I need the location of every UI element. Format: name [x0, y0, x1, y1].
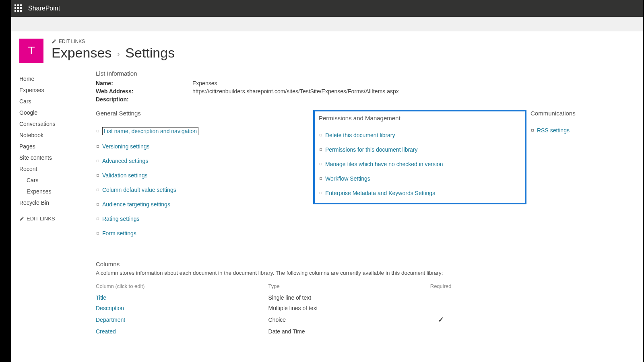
- nav-item-site-contents[interactable]: Site contents: [19, 152, 84, 163]
- left-gutter: [0, 0, 11, 362]
- suite-product-name[interactable]: SharePoint: [28, 5, 60, 12]
- bullet-icon: [97, 145, 99, 148]
- bullet-icon: [97, 130, 99, 132]
- rating-settings-link[interactable]: Rating settings: [102, 216, 140, 222]
- column-required: [423, 326, 458, 337]
- info-name-value: Expenses: [192, 80, 217, 86]
- versioning-settings-link[interactable]: Versioning settings: [102, 143, 150, 150]
- bullet-icon: [97, 203, 99, 206]
- edit-links-bottom[interactable]: EDIT LINKS: [19, 208, 84, 222]
- setting-link: RSS settings: [531, 127, 631, 134]
- setting-link: Audience targeting settings: [97, 201, 309, 208]
- list-information-table: Name: Expenses Web Address: https://citi…: [96, 79, 635, 103]
- advanced-settings-link[interactable]: Advanced settings: [102, 158, 148, 164]
- column-type: Date and Time: [268, 326, 424, 337]
- bullet-icon: [320, 177, 322, 180]
- columns-heading: Columns: [96, 261, 635, 267]
- column-required: ✓: [423, 313, 458, 326]
- setting-link: Validation settings: [97, 172, 309, 179]
- bullet-icon: [320, 192, 322, 194]
- setting-link: Enterprise Metadata and Keywords Setting…: [320, 190, 521, 196]
- audience-targeting-settings-link[interactable]: Audience targeting settings: [102, 201, 170, 208]
- general-settings-heading: General Settings: [96, 110, 309, 117]
- suite-bar: SharePoint: [11, 0, 643, 17]
- communications-column: Communications RSS settings: [530, 110, 635, 142]
- nav-item-conversations[interactable]: Conversations: [19, 118, 84, 130]
- info-address-value: https://citizenbuilders.sharepoint.com/s…: [192, 88, 399, 95]
- table-row: Description Multiple lines of text: [96, 303, 458, 313]
- checkmark-icon: ✓: [438, 316, 444, 324]
- communications-heading: Communications: [530, 110, 631, 117]
- edit-links-top[interactable]: EDIT LINKS: [52, 39, 175, 44]
- permissions-highlight-box: Permissions and Management Delete this d…: [313, 110, 526, 204]
- columns-header-required: Required: [423, 282, 458, 292]
- column-required: [423, 303, 458, 313]
- columns-header-type: Type: [268, 282, 424, 292]
- pencil-icon: [52, 39, 56, 44]
- nav-item-notebook[interactable]: Notebook: [19, 130, 84, 141]
- form-settings-link[interactable]: Form settings: [102, 230, 136, 237]
- column-description-link[interactable]: Description: [96, 305, 124, 311]
- column-default-value-settings-link[interactable]: Column default value settings: [102, 187, 176, 193]
- delete-document-library-link[interactable]: Delete this document library: [325, 132, 395, 138]
- validation-settings-link[interactable]: Validation settings: [102, 172, 148, 179]
- setting-link: Form settings: [97, 230, 309, 237]
- breadcrumb: Expenses › Settings: [52, 45, 175, 61]
- page-header: T EDIT LINKS Expenses › Settings: [11, 31, 643, 65]
- nav-item-pages[interactable]: Pages: [19, 141, 84, 152]
- bullet-icon: [97, 160, 99, 162]
- nav-recent-expenses[interactable]: Expenses: [19, 186, 84, 197]
- table-row: Department Choice ✓: [96, 313, 458, 326]
- column-department-link[interactable]: Department: [96, 317, 125, 323]
- general-settings-column: General Settings List name, description …: [96, 110, 313, 245]
- setting-link: Versioning settings: [97, 143, 309, 150]
- setting-link: Workflow Settings: [320, 175, 521, 182]
- nav-recent-cars[interactable]: Cars: [19, 175, 84, 186]
- columns-description: A column stores information about each d…: [96, 270, 635, 276]
- nav-recent-header: Recent: [19, 163, 84, 175]
- breadcrumb-parent[interactable]: Expenses: [52, 45, 111, 61]
- left-nav: Home Expenses Cars Google Conversations …: [19, 69, 84, 337]
- list-information-heading: List Information: [96, 70, 635, 77]
- list-name-description-navigation-link[interactable]: List name, description and navigation: [102, 127, 198, 135]
- setting-link: Delete this document library: [320, 132, 521, 138]
- nav-item-cars[interactable]: Cars: [19, 96, 84, 107]
- nav-item-expenses[interactable]: Expenses: [19, 84, 84, 96]
- column-created-link[interactable]: Created: [96, 328, 116, 335]
- pencil-icon: [19, 216, 24, 221]
- setting-link: Manage files which have no checked in ve…: [320, 161, 521, 167]
- nav-item-recycle-bin[interactable]: Recycle Bin: [19, 197, 84, 208]
- permissions-management-heading: Permissions and Management: [319, 115, 521, 121]
- info-address-label: Web Address:: [96, 88, 192, 95]
- setting-link: Rating settings: [97, 216, 309, 222]
- workflow-settings-link[interactable]: Workflow Settings: [325, 175, 370, 182]
- rss-settings-link[interactable]: RSS settings: [537, 127, 570, 134]
- info-description-label: Description:: [96, 96, 192, 103]
- columns-table: Column (click to edit) Type Required Tit…: [96, 282, 458, 337]
- chevron-right-icon: ›: [117, 50, 120, 58]
- info-name-label: Name:: [96, 80, 192, 86]
- bullet-icon: [320, 134, 322, 136]
- permissions-document-library-link[interactable]: Permissions for this document library: [325, 146, 418, 153]
- table-row: Title Single line of text: [96, 292, 458, 303]
- edit-links-label: EDIT LINKS: [59, 39, 85, 44]
- enterprise-metadata-keywords-link[interactable]: Enterprise Metadata and Keywords Setting…: [325, 190, 435, 196]
- columns-header-name: Column (click to edit): [96, 282, 268, 292]
- manage-files-no-checkin-link[interactable]: Manage files which have no checked in ve…: [325, 161, 443, 167]
- table-row: Created Date and Time: [96, 326, 458, 337]
- bullet-icon: [531, 129, 534, 132]
- ribbon-bar: [11, 17, 643, 31]
- app-launcher-icon[interactable]: [14, 4, 23, 12]
- site-logo-letter: T: [28, 44, 35, 57]
- nav-item-google[interactable]: Google: [19, 107, 84, 118]
- bullet-icon: [97, 174, 99, 177]
- bullet-icon: [320, 148, 322, 151]
- column-type: Single line of text: [268, 292, 424, 303]
- nav-item-home[interactable]: Home: [19, 73, 84, 84]
- bullet-icon: [97, 232, 99, 234]
- bullet-icon: [97, 218, 99, 220]
- breadcrumb-current: Settings: [125, 45, 175, 61]
- permissions-management-column: Permissions and Management Delete this d…: [313, 110, 530, 204]
- site-logo[interactable]: T: [19, 39, 43, 63]
- column-title-link[interactable]: Title: [96, 294, 106, 301]
